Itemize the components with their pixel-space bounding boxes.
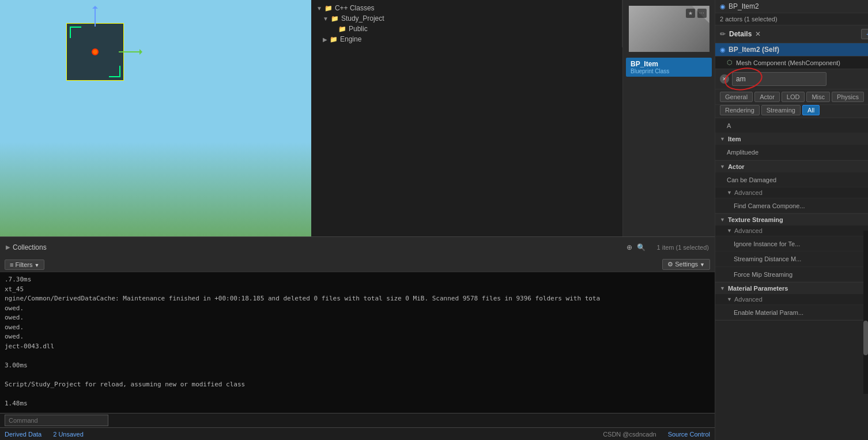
derived-data-btn[interactable]: Derived Data: [5, 431, 41, 438]
blueprint-icon: ◉: [720, 3, 726, 10]
log-line: [5, 408, 710, 413]
tab-general[interactable]: General: [720, 92, 753, 102]
mesh-icon: ⬡: [727, 59, 733, 66]
log-toolbar: ≡ Filters ▼ ⚙ Settings ▼: [0, 257, 715, 272]
details-title: Details: [729, 30, 752, 38]
actor-advanced-header[interactable]: ▼ Advanced: [715, 187, 868, 198]
mesh-component-label: Mesh Component (MeshComponent): [736, 59, 840, 66]
actor-section-header[interactable]: ▼ Actor: [715, 161, 868, 172]
tree-item-study-project[interactable]: ▼ 📁 Study_Project: [314, 13, 619, 24]
file-tree: ▼ 📁 C++ Classes ▼ 📁 Study_Project ▶ 📁: [311, 0, 622, 47]
tree-item-cpp-classes[interactable]: ▼ 📁 C++ Classes: [314, 3, 619, 13]
tree-item-public[interactable]: ▶ 📁 Public: [314, 24, 619, 34]
self-component-row[interactable]: ◉ BP_Item2 (Self): [715, 43, 868, 57]
expand-arrow: ▼: [323, 16, 329, 22]
filters-arrow: ▼: [35, 262, 40, 268]
collections-arrow: ▶: [6, 244, 10, 250]
tree-item-label: Engine: [340, 35, 361, 43]
scrollbar-thumb[interactable]: [863, 321, 868, 355]
asset-info-card[interactable]: BP_Item Blueprint Class: [626, 58, 712, 77]
thumbnail-menu-btn[interactable]: ⋯: [697, 9, 707, 18]
bp-actor-name: BP_Item2: [729, 2, 759, 10]
close-icon[interactable]: ✕: [755, 30, 761, 38]
add-component-button[interactable]: + + Add: [861, 29, 868, 39]
scene-object: [66, 23, 124, 81]
tab-actor[interactable]: Actor: [754, 92, 780, 102]
log-line: ngine/Common/DerivedDataCache: Maintenan…: [5, 294, 710, 304]
bp-edit-bar: ◉ BP_Item2 Edit BP_Item2: [715, 0, 868, 13]
filters-button[interactable]: ≡ Filters ▼: [5, 260, 44, 270]
item-section-header[interactable]: ▼ Item: [715, 133, 868, 145]
unsaved-indicator[interactable]: 2 Unsaved: [53, 431, 84, 438]
texture-streaming-header[interactable]: ▼ Texture Streaming: [715, 214, 868, 225]
tab-misc[interactable]: Misc: [806, 92, 830, 102]
filter-icon: ≡: [10, 261, 13, 268]
streaming-distance-label: Streaming Distance M...: [734, 255, 868, 262]
can-be-damaged-row: Can be Damaged ✓: [715, 172, 868, 187]
viewport[interactable]: [0, 0, 311, 236]
log-line: ject-0043.dll: [5, 342, 710, 352]
source-control-btn[interactable]: Source Control: [668, 431, 710, 438]
expand-arrow: ▶: [323, 36, 327, 43]
actor-advanced-label: Advanced: [734, 189, 763, 196]
collections-search-btn[interactable]: 🔍: [637, 243, 646, 251]
bp-name-row: ◉ BP_Item2: [720, 2, 759, 10]
command-input[interactable]: [5, 415, 108, 426]
log-line: Script/Study_Project for reload, assumin…: [5, 380, 710, 390]
collections-actions: ⊕ 🔍: [627, 243, 646, 251]
settings-button[interactable]: ⚙ Settings ▼: [662, 259, 710, 270]
asset-name: BP_Item: [631, 60, 707, 68]
settings-label: Settings: [675, 261, 698, 268]
settings-icon: ⚙: [667, 261, 673, 268]
items-count-label: 1 item (1 selected): [657, 244, 709, 251]
log-line: owed.: [5, 304, 710, 314]
search-clear-button[interactable]: ✕: [720, 74, 729, 84]
tab-physics[interactable]: Physics: [832, 92, 864, 102]
force-mip-label: Force Mip Streaming: [734, 271, 868, 278]
scrollbar-track[interactable]: [863, 231, 868, 394]
tab-rendering[interactable]: Rendering: [720, 105, 760, 115]
texture-streaming-advanced-label: Advanced: [734, 227, 763, 234]
section-arrow: ▼: [720, 217, 725, 223]
material-params-advanced-header[interactable]: ▼ Advanced: [715, 294, 868, 305]
material-params-label: Material Parameters: [728, 285, 788, 292]
tree-item-engine[interactable]: ▶ 📁 Engine: [314, 34, 619, 44]
status-bar: Derived Data 2 Unsaved CSDN @csdncadn So…: [0, 427, 715, 440]
material-params-advanced-label: Advanced: [734, 296, 763, 303]
transform-gizmo-right: [119, 51, 142, 52]
items-selected-info: 1 item (1 selected): [657, 244, 709, 251]
pencil-icon: ✏: [720, 30, 726, 38]
find-camera-label: Find Camera Compone...: [734, 202, 868, 209]
material-params-header[interactable]: ▼ Material Parameters: [715, 283, 868, 294]
output-log: .7.30ms xt_45 ngine/Common/DerivedDataCa…: [0, 272, 715, 413]
color-a-label: A: [727, 122, 868, 129]
asset-preview: ★ ⋯ BP_Item Blueprint Class: [622, 0, 715, 236]
self-label: BP_Item2 (Self): [729, 46, 779, 54]
amplituede-label: Amplituede: [727, 149, 868, 156]
item-section: ▼ Item Amplituede: [715, 133, 868, 161]
section-arrow: ▼: [720, 136, 725, 142]
tab-lod[interactable]: LOD: [782, 92, 805, 102]
folder-icon: 📁: [338, 25, 346, 33]
texture-streaming-advanced-header[interactable]: ▼ Advanced: [715, 225, 868, 236]
mesh-component-row[interactable]: ⬡ Mesh Component (MeshComponent) Edit in…: [715, 57, 868, 69]
actors-count-text: 2 actors (1 selected): [720, 16, 778, 22]
tab-all[interactable]: All: [802, 105, 820, 115]
folder-icon: 📁: [330, 36, 338, 43]
log-line: xt_45: [5, 285, 710, 295]
search-input[interactable]: [732, 72, 827, 86]
texture-streaming-section: ▼ Texture Streaming ▼ Advanced Ignore In…: [715, 214, 868, 283]
filter-tabs-row2: Rendering Streaming All: [715, 105, 868, 118]
tree-item-label: C++ Classes: [335, 4, 375, 12]
can-be-damaged-label: Can be Damaged: [727, 176, 868, 183]
amplituede-row: Amplituede: [715, 145, 868, 160]
log-line: 1.48ms: [5, 399, 710, 409]
transform-gizmo-center: [92, 48, 99, 55]
log-line: owed.: [5, 332, 710, 342]
thumbnail-star-btn[interactable]: ★: [686, 9, 695, 18]
section-arrow: ▼: [720, 164, 725, 170]
tab-streaming[interactable]: Streaming: [761, 105, 801, 115]
collections-add-btn[interactable]: ⊕: [627, 243, 632, 251]
properties-scroll[interactable]: ▼ Item Amplituede ▼ Actor Can be Damage: [715, 133, 868, 440]
settings-arrow: ▼: [700, 262, 705, 268]
